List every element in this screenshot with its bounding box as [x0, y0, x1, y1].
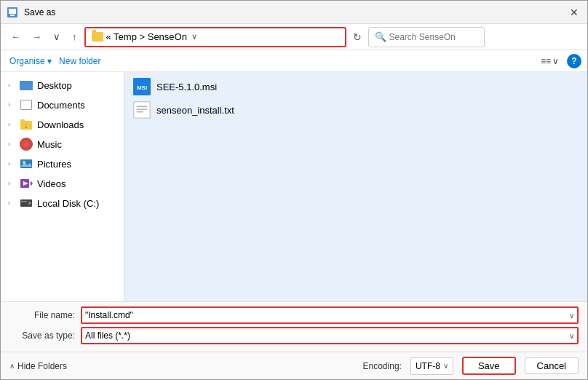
folder-icon [92, 32, 103, 41]
file-name: senseon_install.txt [156, 105, 234, 116]
history-dropdown-button[interactable]: ∨ [49, 29, 65, 44]
save-as-dialog: Save as ✕ ← → ∨ ↑ « Temp > SenseOn ∨ ↻ 🔍… [0, 0, 588, 380]
sidebar-item-label: Desktop [37, 80, 72, 91]
up-button[interactable]: ↑ [68, 29, 82, 44]
sidebar: › Desktop › Documents › [1, 72, 124, 301]
main-content: › Desktop › Documents › [1, 72, 587, 301]
title-bar-left: Save as [7, 7, 55, 18]
file-list: MSI SEE-5.1.0.msi senseon_install.txt [124, 72, 587, 301]
savetype-row: Save as type: All files (*.*) ∨ [9, 327, 579, 344]
hide-folders-chevron-icon: ∧ [9, 362, 15, 370]
organise-button[interactable]: Organise ▾ [7, 55, 55, 68]
refresh-button[interactable]: ↻ [349, 30, 365, 44]
help-button[interactable]: ? [567, 54, 581, 68]
savetype-value: All files (*.*) [85, 330, 569, 341]
music-icon [20, 138, 33, 151]
file-item-txt[interactable]: senseon_install.txt [127, 98, 584, 122]
chevron-icon: › [8, 121, 15, 128]
breadcrumb-text: « Temp > SenseOn [106, 31, 187, 42]
encoding-dropdown-arrow: ∨ [443, 362, 448, 370]
filename-label: File name: [9, 310, 75, 320]
forward-button[interactable]: → [28, 29, 46, 44]
title-bar: Save as ✕ [1, 1, 587, 24]
hide-folders-button[interactable]: ∧ Hide Folders [9, 361, 67, 371]
videos-icon [20, 177, 33, 190]
msi-file-icon: MSI [133, 78, 151, 95]
sidebar-item-label: Documents [37, 100, 85, 111]
new-folder-button[interactable]: New folder [56, 55, 103, 68]
encoding-label: Encoding: [363, 361, 402, 371]
sidebar-item-videos[interactable]: › Videos [2, 174, 122, 193]
sidebar-item-label: Pictures [37, 159, 71, 170]
downloads-icon: ↓ [20, 118, 33, 131]
svg-rect-14 [21, 201, 27, 202]
action-bar: ∧ Hide Folders Encoding: UTF-8 ∨ Save Ca… [1, 352, 587, 379]
search-input[interactable] [389, 32, 477, 42]
sidebar-item-label: Music [37, 139, 62, 150]
form-section: File name: ∨ Save as type: All files (*.… [1, 301, 587, 352]
cancel-button[interactable]: Cancel [525, 357, 579, 374]
svg-rect-17 [134, 102, 150, 118]
breadcrumb-bar[interactable]: « Temp > SenseOn ∨ [84, 27, 346, 47]
documents-icon [20, 98, 33, 111]
encoding-dropdown[interactable]: UTF-8 ∨ [410, 357, 453, 375]
svg-point-13 [28, 202, 31, 205]
svg-text:↓: ↓ [25, 122, 28, 130]
filename-row: File name: ∨ [9, 306, 579, 324]
filename-input-container: ∨ [81, 306, 579, 324]
chevron-icon: › [8, 199, 15, 207]
savetype-label: Save as type: [9, 330, 75, 341]
sidebar-item-label: Videos [37, 178, 66, 189]
sidebar-item-pictures[interactable]: › Pictures [2, 154, 122, 173]
search-box: 🔍 [368, 27, 485, 47]
sidebar-item-documents[interactable]: › Documents [2, 95, 122, 114]
svg-marker-10 [31, 181, 33, 186]
chevron-icon: › [8, 160, 15, 167]
sidebar-item-label: Local Disk (C:) [37, 198, 99, 209]
breadcrumb-dropdown-button[interactable]: ∨ [190, 32, 199, 41]
chevron-icon: › [8, 140, 15, 148]
chevron-icon: › [8, 82, 15, 89]
filename-dropdown-arrow[interactable]: ∨ [569, 312, 574, 320]
save-button[interactable]: Save [462, 357, 516, 375]
sidebar-item-label: Downloads [37, 119, 84, 130]
sidebar-item-localdisk[interactable]: › Local Disk (C:) [2, 194, 122, 213]
close-button[interactable]: ✕ [567, 5, 581, 20]
sub-toolbar: Organise ▾ New folder ≡≡ ∨ ? [1, 50, 587, 72]
sidebar-item-desktop[interactable]: › Desktop [2, 76, 122, 95]
action-bar-right: Encoding: UTF-8 ∨ Save Cancel [363, 357, 579, 375]
svg-rect-2 [10, 15, 15, 16]
svg-text:MSI: MSI [137, 84, 147, 91]
sidebar-item-downloads[interactable]: › ↓ Downloads [2, 115, 122, 134]
chevron-icon: › [8, 101, 15, 108]
svg-rect-1 [9, 9, 16, 14]
file-item-msi[interactable]: MSI SEE-5.1.0.msi [127, 75, 584, 98]
file-name: SEE-5.1.0.msi [156, 82, 217, 92]
localdisk-icon [20, 197, 33, 210]
hide-folders-label: Hide Folders [17, 361, 67, 371]
savetype-dropdown[interactable]: All files (*.*) ∨ [81, 327, 579, 344]
dialog-icon [7, 7, 18, 18]
encoding-value: UTF-8 [416, 361, 440, 371]
filename-input[interactable] [85, 310, 569, 320]
back-button[interactable]: ← [7, 29, 25, 44]
savetype-dropdown-arrow: ∨ [569, 332, 574, 340]
dialog-title: Save as [24, 7, 55, 17]
chevron-icon: › [8, 180, 15, 187]
navigation-toolbar: ← → ∨ ↑ « Temp > SenseOn ∨ ↻ 🔍 [1, 24, 587, 50]
search-icon: 🔍 [375, 31, 386, 42]
pictures-icon [20, 157, 33, 170]
view-button[interactable]: ≡≡ ∨ [537, 54, 563, 68]
desktop-icon [20, 79, 33, 92]
txt-file-icon [133, 101, 151, 119]
sidebar-item-music[interactable]: › Music [2, 135, 122, 154]
